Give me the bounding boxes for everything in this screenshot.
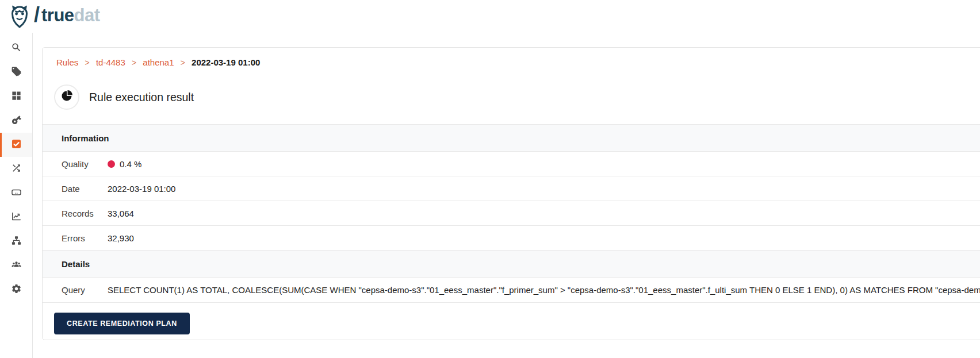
breadcrumb-current: 2022-03-19 01:00	[192, 57, 260, 67]
sidebar-item-hierarchy[interactable]	[0, 229, 32, 253]
tags-icon	[11, 66, 22, 79]
table-row-query: Query SELECT COUNT(1) AS TOTAL, COALESCE…	[43, 277, 980, 303]
sidebar-item-rules[interactable]	[0, 133, 32, 157]
sidebar-item-search[interactable]	[0, 36, 32, 60]
brand-slash: /	[34, 3, 40, 27]
page-title-badge	[54, 84, 79, 110]
search-icon	[11, 42, 22, 55]
breadcrumb-link-rules[interactable]: Rules	[56, 57, 78, 67]
page-title-row: Rule execution result	[54, 84, 980, 110]
sidebar-item-users[interactable]	[0, 253, 32, 278]
section-header-label: Details	[62, 259, 90, 269]
breadcrumb: Rules > td-4483 > athena1 > 2022-03-19 0…	[43, 48, 980, 70]
dashboard-icon	[11, 90, 22, 103]
owl-icon	[8, 3, 31, 30]
row-label: Records	[62, 209, 108, 218]
row-value: 32,930	[108, 233, 980, 243]
quality-indicator-dot	[108, 160, 115, 168]
sidebar-item-settings[interactable]	[0, 278, 32, 302]
sidebar-item-shuffle[interactable]	[0, 157, 32, 181]
check-square-icon	[11, 138, 22, 152]
sidebar	[0, 33, 33, 358]
storage-drive-icon	[11, 187, 22, 200]
breadcrumb-separator: >	[181, 58, 185, 67]
table-row-quality: Quality 0.4 %	[43, 151, 980, 176]
section-header-details: Details	[43, 250, 980, 277]
section-header-information: Information	[43, 124, 980, 151]
brand-name-dat: dat	[74, 5, 100, 25]
table-row-date: Date 2022-03-19 01:00	[43, 176, 980, 201]
row-value: 33,064	[108, 209, 980, 218]
users-icon	[11, 259, 22, 272]
row-value: 2022-03-19 01:00	[108, 184, 980, 194]
table-row-records: Records 33,064	[43, 201, 980, 225]
create-remediation-plan-button[interactable]: CREATE REMEDIATION PLAN	[54, 313, 190, 334]
table-row-errors: Errors 32,930	[43, 225, 980, 250]
gear-icon	[11, 283, 22, 297]
breadcrumb-separator: >	[132, 58, 136, 67]
row-label: Quality	[62, 159, 108, 169]
main-card: Rules > td-4483 > athena1 > 2022-03-19 0…	[42, 47, 980, 340]
sidebar-item-storage[interactable]	[0, 181, 32, 205]
row-label: Query	[62, 285, 108, 295]
query-sql-text: SELECT COUNT(1) AS TOTAL, COALESCE(SUM(C…	[108, 285, 980, 295]
sidebar-item-charts[interactable]	[0, 205, 32, 229]
shuffle-icon	[11, 163, 22, 176]
sidebar-item-tags[interactable]	[0, 60, 32, 84]
app-header: / truedat	[0, 0, 980, 33]
row-value: 0.4 %	[108, 159, 980, 169]
sidebar-item-dashboard[interactable]	[0, 84, 32, 109]
chart-line-icon	[11, 211, 22, 224]
hierarchy-icon	[11, 235, 22, 248]
breadcrumb-link-implementation[interactable]: athena1	[143, 57, 174, 67]
row-label: Errors	[62, 233, 108, 243]
breadcrumb-separator: >	[85, 58, 90, 67]
row-label: Date	[62, 184, 108, 194]
pie-chart-icon	[60, 89, 74, 105]
key-icon	[11, 114, 22, 128]
sidebar-item-key[interactable]	[0, 109, 32, 133]
quality-value: 0.4 %	[120, 159, 141, 169]
section-header-label: Information	[62, 133, 109, 143]
brand-name-true: true	[41, 5, 74, 25]
info-table: Information Quality 0.4 % Date 2022-03-1…	[43, 124, 980, 303]
page-title: Rule execution result	[89, 91, 194, 104]
breadcrumb-link-rule-id[interactable]: td-4483	[96, 57, 125, 67]
brand-name: truedat	[41, 5, 100, 26]
brand-logo[interactable]: / truedat	[8, 3, 100, 30]
